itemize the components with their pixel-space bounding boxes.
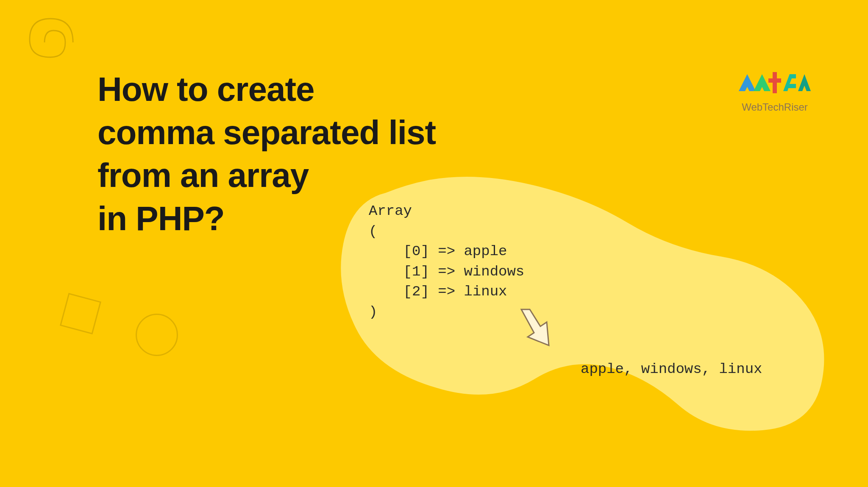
logo-icon <box>737 68 813 97</box>
arrow-icon <box>511 303 562 354</box>
circle-decoration <box>136 314 178 356</box>
square-decoration <box>60 293 101 334</box>
code-line-2: ( <box>369 223 377 239</box>
code-line-1: Array <box>369 203 412 219</box>
code-line-6: ) <box>369 304 377 320</box>
logo-text: WebTechRiser <box>737 101 813 113</box>
title-line-1: How to create <box>97 70 314 108</box>
code-line-5: [2] => linux <box>369 284 507 300</box>
spiral-decoration <box>15 13 74 72</box>
code-blob-container: Array ( [0] => apple [1] => windows [2] … <box>331 167 831 439</box>
title-line-2: comma separated list <box>97 114 436 151</box>
code-block: Array ( [0] => apple [1] => windows [2] … <box>369 201 524 323</box>
code-line-3: [0] => apple <box>369 243 507 259</box>
result-output: apple, windows, linux <box>581 361 762 377</box>
code-line-4: [1] => windows <box>369 264 524 280</box>
logo: WebTechRiser <box>737 68 813 113</box>
title-line-3: from an array <box>97 156 309 194</box>
title-line-4: in PHP? <box>97 200 225 237</box>
